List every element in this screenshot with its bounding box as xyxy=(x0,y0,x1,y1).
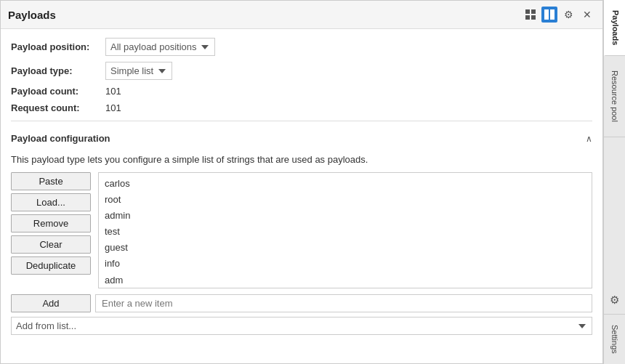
request-count-row: Request count: 101 xyxy=(11,102,592,113)
payload-position-wrapper: All payload positions xyxy=(105,38,592,56)
list-item: carlos xyxy=(103,176,587,192)
payload-type-label: Payload type: xyxy=(11,65,105,76)
payload-position-label: Payload position: xyxy=(11,41,105,52)
svg-rect-0 xyxy=(525,9,530,14)
gear-icon: ⚙ xyxy=(610,294,619,307)
sidebar-payloads-label: Payloads xyxy=(611,10,620,45)
payload-type-row: Payload type: Simple list xyxy=(11,62,592,80)
section-chevron-icon: ∧ xyxy=(586,134,592,144)
panel-title: Payloads xyxy=(8,9,523,21)
deduplicate-button[interactable]: Deduplicate xyxy=(11,256,91,275)
grid-view-button[interactable] xyxy=(523,7,539,23)
list-item: admin xyxy=(103,208,587,224)
panel-header: Payloads ⚙ ✕ xyxy=(1,1,602,29)
new-item-input[interactable] xyxy=(95,294,592,312)
sidebar-tab-settings[interactable]: ⚙ xyxy=(604,286,625,315)
payload-list-wrapper[interactable]: carlosrootadmintestguestinfoadmmysql xyxy=(98,172,592,288)
settings-button[interactable]: ⚙ xyxy=(560,7,576,23)
payload-type-wrapper: Simple list xyxy=(105,62,592,80)
payload-config-body: Paste Load... Remove Clear Deduplicate c… xyxy=(11,172,592,288)
payload-config-section-header[interactable]: Payload configuration ∧ xyxy=(11,129,592,148)
paste-button[interactable]: Paste xyxy=(11,172,91,190)
clear-button[interactable]: Clear xyxy=(11,235,91,254)
payload-count-row: Payload count: 101 xyxy=(11,86,592,97)
section-title: Payload configuration xyxy=(11,133,110,144)
panel-content: Payload position: All payload positions … xyxy=(1,29,602,363)
payload-position-row: Payload position: All payload positions xyxy=(11,38,592,56)
add-from-list-select[interactable]: Add from list... xyxy=(11,317,592,335)
sidebar-resource-pool-label: Resource pool xyxy=(610,70,619,122)
sidebar-settings-label: Settings xyxy=(610,325,619,354)
svg-rect-4 xyxy=(544,9,549,20)
add-from-list-row: Add from list... xyxy=(11,317,592,335)
close-button[interactable]: ✕ xyxy=(579,7,595,23)
divider xyxy=(11,121,592,121)
svg-rect-3 xyxy=(531,15,536,20)
list-item: guest xyxy=(103,240,587,256)
payload-count-label: Payload count: xyxy=(11,86,105,97)
sidebar-settings-label-tab[interactable]: Settings xyxy=(604,315,625,364)
payload-count-value: 101 xyxy=(105,86,121,97)
svg-rect-5 xyxy=(550,9,555,20)
section-description: This payload type lets you configure a s… xyxy=(11,154,592,165)
sidebar-tab-resource-pool[interactable]: Resource pool xyxy=(604,56,625,137)
list-item: adm xyxy=(103,272,587,288)
panel-view-button[interactable] xyxy=(541,7,557,23)
payload-position-select[interactable]: All payload positions xyxy=(105,38,215,56)
payload-list: carlosrootadmintestguestinfoadmmysql xyxy=(99,173,592,288)
payload-action-buttons: Paste Load... Remove Clear Deduplicate xyxy=(11,172,91,288)
payload-type-select[interactable]: Simple list xyxy=(105,62,172,80)
header-icons: ⚙ ✕ xyxy=(523,7,595,23)
svg-rect-2 xyxy=(525,15,530,20)
list-item: test xyxy=(103,224,587,240)
sidebar-tab-payloads[interactable]: Payloads xyxy=(604,0,625,56)
add-button[interactable]: Add xyxy=(11,294,91,312)
remove-button[interactable]: Remove xyxy=(11,214,91,232)
load-button[interactable]: Load... xyxy=(11,193,91,211)
right-sidebar: Payloads Resource pool ⚙ Settings xyxy=(603,0,625,364)
svg-rect-1 xyxy=(531,9,536,14)
request-count-value: 101 xyxy=(105,102,121,113)
list-item: info xyxy=(103,256,587,272)
request-count-label: Request count: xyxy=(11,102,105,113)
list-item: root xyxy=(103,192,587,208)
add-item-row: Add xyxy=(11,294,592,312)
